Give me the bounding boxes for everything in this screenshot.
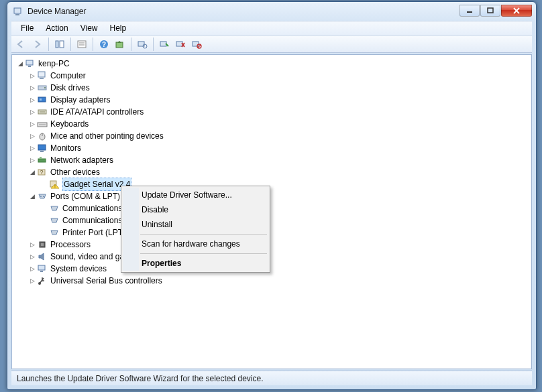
tree-root[interactable]: ◢ kenp-PC: [13, 58, 530, 70]
uninstall-button[interactable]: [173, 37, 188, 52]
port-icon: [49, 215, 60, 226]
expand-icon[interactable]: ▷: [28, 108, 36, 116]
expand-icon[interactable]: ▷: [28, 72, 36, 80]
svg-rect-21: [38, 72, 45, 77]
svg-rect-19: [26, 60, 33, 65]
tree-label: Mice and other pointing devices: [50, 130, 164, 142]
tree-label: Monitors: [50, 142, 81, 154]
menu-action[interactable]: Action: [40, 22, 73, 34]
tree-label: kenp-PC: [38, 58, 70, 70]
titlebar[interactable]: Device Manager: [7, 2, 536, 21]
tree-category-mice[interactable]: ▷ Mice and other pointing devices: [13, 130, 530, 142]
tree-category-processors[interactable]: ▷ Processors: [13, 239, 530, 251]
mouse-icon: [37, 131, 48, 141]
maximize-button[interactable]: [480, 5, 500, 17]
keyboard-icon: [37, 119, 48, 129]
svg-rect-35: [38, 159, 46, 162]
svg-rect-1: [15, 14, 19, 15]
device-manager-window: Device Manager File Action View Help ?: [7, 1, 537, 390]
port-icon: [49, 227, 60, 238]
tree-category-keyboards[interactable]: ▷ Keyboards: [13, 118, 530, 130]
expand-icon[interactable]: ▷: [28, 96, 36, 104]
tree-category-sound[interactable]: ▷ Sound, video and game controllers: [13, 251, 530, 263]
update-driver-button[interactable]: [113, 37, 127, 52]
menu-view[interactable]: View: [75, 22, 103, 34]
sound-icon: [37, 251, 48, 262]
ports-icon: [37, 191, 48, 202]
tree-device-lpt[interactable]: Printer Port (LPT1): [13, 226, 530, 239]
tree-category-system[interactable]: ▷ System devices: [13, 263, 530, 275]
expand-icon[interactable]: ▷: [28, 84, 36, 92]
window-controls: [459, 5, 532, 17]
collapse-icon[interactable]: ◢: [28, 168, 36, 176]
expand-icon[interactable]: ▷: [28, 132, 36, 140]
back-button[interactable]: [14, 37, 29, 52]
usb-icon: [37, 275, 48, 286]
svg-rect-2: [467, 11, 472, 13]
svg-rect-3: [488, 8, 493, 13]
toolbar: ?: [11, 35, 532, 53]
ctx-separator: [140, 253, 267, 254]
expand-icon[interactable]: ▷: [28, 265, 36, 273]
expand-icon[interactable]: ▷: [28, 253, 36, 261]
tree-category-computer[interactable]: ▷ Computer: [13, 70, 530, 82]
ctx-uninstall[interactable]: Uninstall: [123, 217, 268, 232]
svg-rect-11: [116, 42, 123, 48]
svg-rect-4: [56, 41, 58, 48]
svg-rect-45: [38, 265, 45, 270]
menubar: File Action View Help: [11, 21, 532, 35]
enable-button[interactable]: [157, 37, 172, 52]
expand-icon[interactable]: ▷: [28, 144, 36, 152]
tree-category-display[interactable]: ▷ Display adapters: [13, 94, 530, 106]
ctx-scan-hardware[interactable]: Scan for hardware changes: [123, 237, 268, 251]
tree-category-other[interactable]: ◢ ? Other devices: [13, 166, 530, 178]
svg-rect-44: [41, 243, 44, 246]
tree-device-gadget-serial[interactable]: ! Gadget Serial v2.4: [13, 178, 530, 190]
ide-icon: [37, 107, 48, 117]
disable-button[interactable]: [189, 37, 204, 52]
tree-label: Disk drives: [50, 82, 90, 94]
svg-text:?: ?: [102, 41, 106, 48]
tree-category-ide[interactable]: ▷ IDE ATA/ATAPI controllers: [13, 106, 530, 118]
svg-rect-33: [38, 145, 46, 150]
minimize-button[interactable]: [459, 5, 480, 17]
svg-rect-46: [40, 271, 43, 272]
svg-rect-22: [40, 78, 44, 79]
tree-category-network[interactable]: ▷ Network adapters: [13, 154, 530, 166]
svg-text:!: !: [54, 184, 56, 189]
app-icon: [13, 6, 23, 17]
ctx-properties[interactable]: Properties: [123, 256, 268, 271]
tree-category-disk[interactable]: ▷ Disk drives: [13, 82, 530, 94]
help-button[interactable]: ?: [97, 37, 111, 52]
tree-label: Printer Port (LPT1): [62, 226, 130, 239]
device-tree-panel: ◢ kenp-PC ▷ Computer ▷ Disk drives ▷ Dis…: [11, 54, 532, 369]
expand-icon[interactable]: ▷: [28, 120, 36, 128]
menu-help[interactable]: Help: [105, 22, 132, 34]
tree-label: Display adapters: [50, 94, 110, 106]
device-tree[interactable]: ◢ kenp-PC ▷ Computer ▷ Disk drives ▷ Dis…: [12, 55, 531, 369]
network-icon: [37, 155, 48, 166]
close-button[interactable]: [501, 5, 532, 17]
tree-category-ports[interactable]: ◢ Ports (COM & LPT): [13, 190, 530, 202]
ctx-disable[interactable]: Disable: [123, 202, 268, 217]
tree-label: Network adapters: [50, 154, 113, 166]
svg-point-24: [44, 87, 46, 88]
collapse-icon[interactable]: ◢: [16, 60, 24, 68]
tree-label: Other devices: [50, 166, 100, 178]
tree-device-com1[interactable]: Communications Port (COM1): [13, 202, 530, 214]
forward-button[interactable]: [30, 37, 45, 52]
show-hide-tree-button[interactable]: [52, 37, 67, 52]
context-menu: Update Driver Software... Disable Uninst…: [121, 186, 270, 273]
expand-icon[interactable]: ▷: [28, 156, 36, 164]
expand-icon[interactable]: ▷: [28, 277, 36, 285]
ctx-update-driver[interactable]: Update Driver Software...: [123, 188, 268, 202]
status-text: Launches the Update Driver Software Wiza…: [17, 374, 264, 383]
properties-button[interactable]: [74, 37, 89, 52]
scan-hardware-button[interactable]: [135, 37, 150, 52]
tree-device-com2[interactable]: Communications Port (COM2): [13, 214, 530, 226]
collapse-icon[interactable]: ◢: [28, 192, 36, 200]
menu-file[interactable]: File: [15, 22, 39, 34]
tree-category-usb[interactable]: ▷ Universal Serial Bus controllers: [13, 275, 530, 287]
tree-category-monitors[interactable]: ▷ Monitors: [13, 142, 530, 154]
expand-icon[interactable]: ▷: [28, 241, 36, 249]
